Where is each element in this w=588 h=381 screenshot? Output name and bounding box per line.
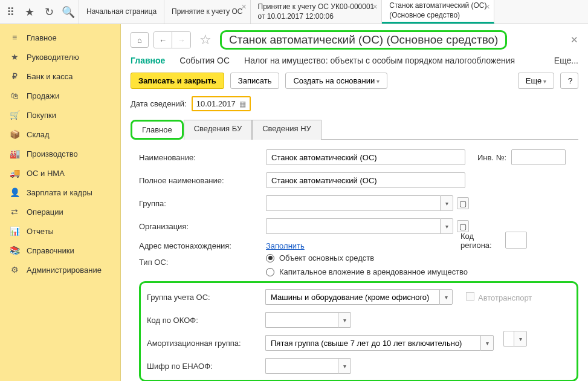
amort-extra-input[interactable] [503,331,514,347]
tab-close-icon[interactable]: ✕ [485,2,490,11]
tab-nu[interactable]: Сведения НУ [252,120,321,140]
sidebar-icon: 🛍 [10,91,19,100]
group-open-button[interactable]: ▢ [457,197,469,209]
apps-icon[interactable]: ⠿ [5,7,16,18]
top-tab-line1: Начальная страница [86,7,157,17]
auto-transport-checkbox[interactable] [466,292,474,301]
okof-dropdown-button[interactable]: ▾ [338,312,351,328]
okof-input[interactable] [265,312,338,328]
acc-group-dropdown-button[interactable]: ▾ [439,289,453,305]
subnav-more[interactable]: Еще... [554,56,578,65]
sidebar-item-label: Операции [27,207,63,217]
sidebar-item-0[interactable]: ≡Главное [0,28,120,47]
sidebar-item-label: Главное [27,33,57,42]
sidebar-icon: ⇄ [10,207,19,217]
sidebar-icon: 🏭 [10,149,19,158]
nav-forward-button[interactable]: → [172,32,190,48]
sidebar-item-label: Склад [27,130,50,139]
radio-capital-investment-label: Капитальное вложение в арендованное имущ… [279,267,468,276]
sidebar-item-1[interactable]: ★Руководителю [0,47,120,67]
sidebar-item-4[interactable]: 🛒Покупки [0,105,120,125]
name-label: Наименование: [139,153,266,162]
history-icon[interactable]: ↻ [44,7,54,18]
auto-transport-label: Автотранспорт [478,293,532,302]
sidebar-item-9[interactable]: ⇄Операции [0,202,120,221]
sidebar-item-12[interactable]: ⚙Администрирование [0,260,120,279]
favorite-button[interactable]: ☆ [196,31,215,48]
save-close-button[interactable]: Записать и закрыть [131,73,224,89]
address-fill-link[interactable]: Заполнить [266,241,305,250]
org-open-button[interactable]: ▢ [457,220,469,232]
home-button[interactable]: ⌂ [131,32,149,48]
more-button[interactable]: Еще [518,73,554,89]
sidebar-item-7[interactable]: 🚚ОС и НМА [0,163,120,183]
group-input[interactable] [266,195,440,211]
sidebar-icon: ≡ [10,33,19,42]
date-value[interactable]: 10.01.2017 [196,99,236,108]
close-button[interactable]: ✕ [570,34,578,45]
search-icon[interactable]: 🔍 [63,7,74,18]
sidebar-item-8[interactable]: 👤Зарплата и кадры [0,183,120,202]
sidebar-item-2[interactable]: ₽Банк и касса [0,67,120,86]
enaof-label: Шифр по ЕНАОФ: [147,362,265,371]
sidebar-icon: 📦 [10,129,19,139]
org-label: Организация: [139,222,266,231]
enaof-dropdown-button[interactable]: ▾ [338,358,351,374]
inv-no-input[interactable] [511,149,566,165]
group-dropdown-button[interactable]: ▾ [440,195,453,211]
sidebar-item-11[interactable]: 📚Справочники [0,241,120,260]
sidebar-item-label: Покупки [27,111,56,120]
name-input[interactable] [266,149,465,165]
type-label: Тип ОС: [139,258,266,267]
sidebar-icon: 📚 [10,246,19,255]
top-tab-2[interactable]: Принятие к учету ОС УК00-000001от 10.01.… [251,0,383,24]
subnav-main[interactable]: Главное [131,56,165,65]
org-input[interactable] [266,218,440,234]
sidebar-icon: 🚚 [10,168,19,178]
subnav-tax[interactable]: Налог на имущество: объекты с особым пор… [244,56,515,65]
sidebar-item-label: Руководителю [27,53,79,62]
sidebar-item-6[interactable]: 🏭Производство [0,144,120,163]
radio-capital-investment[interactable] [266,268,274,276]
sidebar-item-label: Производство [27,149,78,158]
amort-dropdown-button[interactable]: ▾ [480,335,494,351]
sidebar-item-10[interactable]: 📊Отчеты [0,221,120,241]
radio-main-asset-label: Объект основных средств [279,253,374,262]
tab-main[interactable]: Главное [131,120,184,140]
inv-no-label: Инв. №: [477,153,506,162]
radio-main-asset[interactable] [266,254,274,262]
full-name-label: Полное наименование: [139,176,266,185]
top-tab-line1: Станок автоматический (ОС) [389,1,486,11]
subnav-events[interactable]: События ОС [179,56,230,65]
top-tab-3[interactable]: Станок автоматический (ОС)(Основное сред… [382,0,494,24]
top-tab-0[interactable]: Начальная страница [79,0,164,24]
save-button[interactable]: Записать [230,73,280,89]
sidebar-icon: 👤 [10,187,19,197]
nav-back-button[interactable]: ← [154,32,172,48]
amort-input[interactable] [265,335,480,351]
calendar-icon[interactable]: ▦ [239,100,246,108]
sidebar-item-3[interactable]: 🛍Продажи [0,86,120,105]
create-based-on-button[interactable]: Создать на основании [285,73,387,89]
org-dropdown-button[interactable]: ▾ [440,218,453,234]
amort-extra-dropdown-button[interactable]: ▾ [514,331,527,347]
tab-bu[interactable]: Сведения БУ [184,120,253,140]
enaof-input[interactable] [265,358,338,374]
sidebar-item-label: ОС и НМА [27,169,65,178]
date-label: Дата сведений: [131,99,187,108]
region-code-input[interactable] [505,232,527,249]
okof-label: Код по ОКОФ: [147,316,265,325]
tab-close-icon[interactable]: ✕ [372,2,378,11]
help-button[interactable]: ? [560,73,578,89]
sidebar-icon: 🛒 [10,110,19,120]
sidebar-item-5[interactable]: 📦Склад [0,125,120,144]
star-icon[interactable]: ★ [24,7,35,18]
acc-group-input[interactable] [265,289,439,305]
sidebar-item-label: Продажи [27,91,59,100]
top-tab-line1: Принятие к учету ОС [172,7,242,17]
region-code-label: Код региона: [460,232,497,250]
tab-close-icon[interactable]: ✕ [241,2,247,11]
sidebar-icon: ⚙ [10,265,19,275]
full-name-input[interactable] [266,172,465,188]
top-tab-1[interactable]: Принятие к учету ОС✕ [164,0,250,24]
